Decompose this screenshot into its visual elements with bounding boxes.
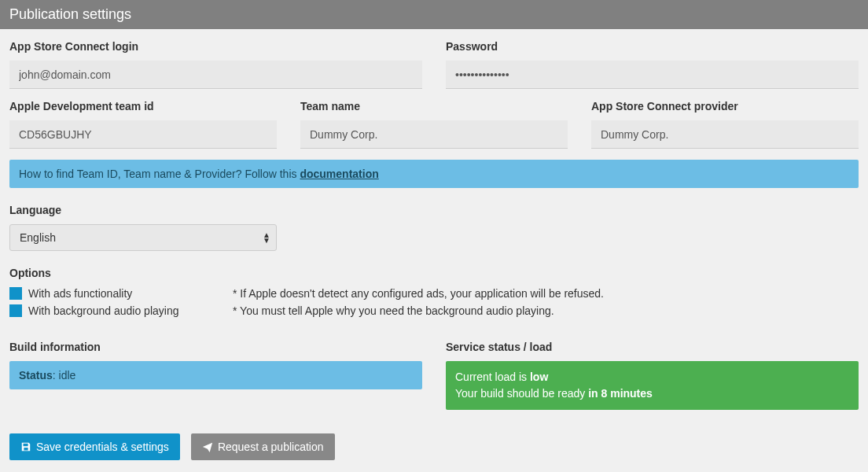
ads-option-label: With ads functionality <box>28 287 233 300</box>
main-content: App Store Connect login Password Apple D… <box>0 29 868 471</box>
load-text: Current load is <box>455 371 530 383</box>
provider-label: App Store Connect provider <box>591 100 859 112</box>
language-select[interactable]: English <box>9 224 277 251</box>
provider-input[interactable] <box>591 120 859 149</box>
password-input[interactable] <box>446 61 859 89</box>
audio-option-note: * You must tell Apple why you need the b… <box>233 304 554 317</box>
status-label: Status <box>19 369 53 382</box>
save-button-label: Save credentials & settings <box>36 441 169 453</box>
audio-checkbox[interactable] <box>9 304 22 317</box>
team-name-input[interactable] <box>300 120 568 149</box>
build-status-box: Status: idle <box>9 361 422 389</box>
eta-value: in 8 minutes <box>588 387 653 400</box>
login-input[interactable] <box>9 61 422 89</box>
team-name-label: Team name <box>300 100 568 112</box>
audio-option-label: With background audio playing <box>28 304 233 317</box>
save-icon <box>20 441 31 452</box>
send-icon <box>202 441 213 452</box>
request-button-label: Request a publication <box>218 441 324 453</box>
documentation-link[interactable]: documentation <box>300 168 378 180</box>
save-button[interactable]: Save credentials & settings <box>9 433 180 460</box>
build-heading: Build information <box>9 341 422 353</box>
service-heading: Service status / load <box>446 341 859 353</box>
team-id-label: Apple Development team id <box>9 100 277 112</box>
info-banner-text: How to find Team ID, Team name & Provide… <box>19 168 300 180</box>
page-header: Publication settings <box>0 0 868 29</box>
eta-text: Your build should be ready <box>455 387 588 400</box>
login-label: App Store Connect login <box>9 40 422 53</box>
ads-checkbox[interactable] <box>9 287 22 300</box>
load-value: low <box>530 371 548 383</box>
status-value: : idle <box>53 369 76 382</box>
page-title: Publication settings <box>9 6 131 22</box>
password-label: Password <box>446 40 859 53</box>
request-button[interactable]: Request a publication <box>191 433 335 460</box>
options-heading: Options <box>9 267 859 279</box>
ads-option-note: * If Apple doesn't detect any configured… <box>233 287 604 300</box>
team-id-input[interactable] <box>9 120 277 149</box>
language-label: Language <box>9 204 859 216</box>
info-banner: How to find Team ID, Team name & Provide… <box>9 160 859 188</box>
service-status-box: Current load is low Your build should be… <box>446 361 859 410</box>
